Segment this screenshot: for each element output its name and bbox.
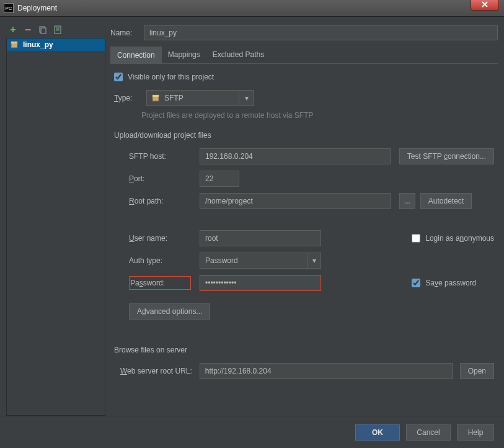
- server-icon: [11, 40, 19, 49]
- user-name-label: User name:: [129, 234, 191, 243]
- server-item[interactable]: linux_py: [7, 38, 105, 51]
- password-input[interactable]: [200, 275, 321, 291]
- svg-rect-1: [41, 28, 46, 34]
- svg-rect-9: [153, 95, 159, 97]
- auth-type-value: Password: [205, 256, 238, 265]
- save-password-label: Save password: [425, 279, 476, 287]
- user-name-input[interactable]: [200, 230, 321, 246]
- autodetect-button[interactable]: Autodetect: [420, 193, 472, 209]
- chevron-down-icon: ▾: [239, 90, 254, 106]
- web-url-input[interactable]: [200, 363, 453, 379]
- close-button[interactable]: [471, 0, 499, 11]
- remove-icon[interactable]: −: [24, 25, 32, 34]
- svg-rect-7: [11, 42, 17, 43]
- ok-button[interactable]: OK: [355, 424, 400, 441]
- auth-type-label: Auth type:: [129, 256, 191, 265]
- close-icon: [481, 1, 489, 8]
- svg-rect-2: [55, 26, 61, 34]
- tab-excluded[interactable]: Excluded Paths: [206, 47, 270, 63]
- type-value: SFTP: [164, 94, 183, 102]
- title-bar: PC Deployment: [0, 0, 504, 17]
- browse-root-button[interactable]: ...: [399, 193, 415, 209]
- tab-mappings[interactable]: Mappings: [162, 47, 206, 63]
- tab-connection[interactable]: Connection: [110, 47, 162, 64]
- type-label: Type:: [114, 94, 140, 102]
- browse-section-label: Browse files on server: [114, 346, 494, 354]
- chevron-down-icon: ▾: [307, 253, 321, 269]
- sftp-host-input[interactable]: [200, 148, 391, 164]
- visible-only-checkbox[interactable]: [114, 73, 123, 81]
- name-label: Name:: [110, 29, 138, 37]
- sidebar-toolbar: + −: [6, 22, 105, 38]
- window-title: Deployment: [17, 4, 57, 12]
- root-path-label: Root path:: [129, 197, 191, 205]
- type-hint: Project files are deployed to a remote h…: [141, 111, 494, 120]
- save-password-checkbox[interactable]: [412, 279, 420, 287]
- advanced-options-button[interactable]: Advanced options...: [129, 303, 210, 320]
- server-item-label: linux_py: [23, 40, 53, 49]
- web-url-label: Web server root URL:: [120, 367, 192, 375]
- dialog-button-bar: OK Cancel Help: [0, 416, 504, 448]
- autoscroll-icon[interactable]: [53, 25, 62, 34]
- sftp-host-label: SFTP host:: [129, 152, 191, 161]
- app-icon: PC: [4, 3, 14, 13]
- add-icon[interactable]: +: [9, 25, 17, 34]
- sftp-icon: [152, 94, 161, 102]
- root-path-input[interactable]: [200, 193, 391, 209]
- help-button[interactable]: Help: [457, 424, 494, 441]
- password-label: Password:: [129, 276, 191, 290]
- copy-icon[interactable]: [38, 25, 47, 34]
- name-input[interactable]: [144, 25, 498, 40]
- sidebar: + − linux_py: [6, 22, 105, 416]
- tabs: Connection Mappings Excluded Paths: [110, 47, 498, 64]
- server-list: linux_py: [6, 38, 105, 416]
- anonymous-checkbox[interactable]: [412, 234, 420, 243]
- test-connection-button[interactable]: Test SFTP connection...: [399, 148, 494, 164]
- main-panel: Name: Connection Mappings Excluded Paths…: [110, 22, 498, 416]
- auth-type-select[interactable]: Password ▾: [200, 253, 321, 269]
- type-select[interactable]: SFTP ▾: [146, 90, 254, 106]
- port-label: Port:: [129, 174, 191, 183]
- cancel-button[interactable]: Cancel: [406, 424, 451, 441]
- upload-section-label: Upload/download project files: [114, 131, 494, 140]
- anonymous-label: Login as anonymous: [425, 234, 494, 243]
- port-input[interactable]: [200, 171, 239, 187]
- open-button[interactable]: Open: [460, 363, 494, 379]
- visible-only-label: Visible only for this project: [128, 73, 214, 81]
